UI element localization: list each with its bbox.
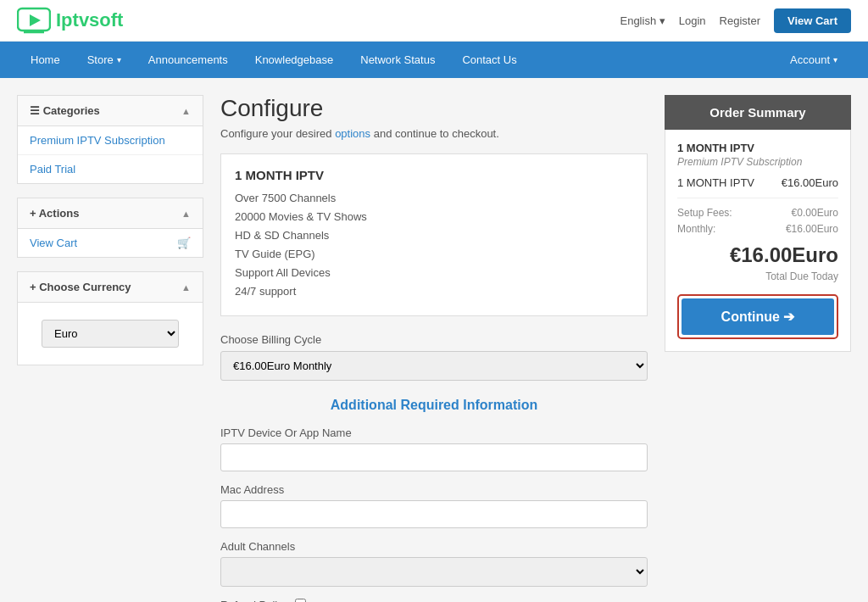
order-product-name: 1 MONTH IPTV	[677, 142, 838, 154]
register-link[interactable]: Register	[720, 14, 760, 27]
page-subtitle: Configure your desired options and conti…	[220, 127, 648, 140]
account-chevron-icon: ▾	[833, 55, 837, 64]
continue-button[interactable]: Continue ➔	[682, 298, 834, 335]
currency-collapse-icon[interactable]: ▲	[181, 282, 191, 293]
nav-left: Home Store ▾ Announcements Knowledgebase…	[17, 42, 531, 78]
refund-checkbox[interactable]	[295, 599, 306, 602]
logo-area: Iptvsoft	[17, 7, 123, 34]
language-selector[interactable]: English ▾	[620, 14, 665, 27]
billing-label: Choose Billing Cycle	[220, 333, 648, 346]
adult-channels-select[interactable]	[220, 557, 648, 587]
store-chevron-icon: ▾	[117, 55, 121, 64]
feature-2: 20000 Movies & TV Shows	[235, 208, 633, 226]
nav-bar: Home Store ▾ Announcements Knowledgebase…	[0, 42, 868, 78]
order-setup-fees: Setup Fees: €0.00Euro	[677, 207, 838, 219]
feature-5: Support All Devices	[235, 264, 633, 282]
view-cart-button[interactable]: View Cart	[774, 8, 851, 33]
sidebar-actions-header: + Actions ▲	[18, 198, 203, 229]
order-summary: Order Summary 1 MONTH IPTV Premium IPTV …	[665, 95, 851, 602]
login-link[interactable]: Login	[679, 14, 706, 27]
nav-home[interactable]: Home	[17, 42, 74, 78]
nav-contact-us[interactable]: Contact Us	[448, 42, 530, 78]
setup-fees-label: Setup Fees:	[677, 207, 732, 219]
order-total-label: Total Due Today	[677, 270, 838, 282]
adult-channels-group: Adult Channels	[220, 540, 648, 587]
order-monthly: Monthly: €16.00Euro	[677, 223, 838, 235]
mac-address-group: Mac Address	[220, 483, 648, 528]
continue-btn-wrapper: Continue ➔	[677, 294, 838, 339]
feature-4: TV Guide (EPG)	[235, 245, 633, 264]
mac-address-input[interactable]	[220, 500, 648, 528]
setup-fees-value: €0.00Euro	[792, 207, 838, 219]
cart-icon: 🛒	[177, 237, 191, 249]
sidebar-item-paid-trial[interactable]: Paid Trial	[18, 155, 203, 183]
top-bar: Iptvsoft English ▾ Login Register View C…	[0, 0, 868, 42]
feature-1: Over 7500 Channels	[235, 189, 633, 208]
page-title: Configure	[220, 95, 648, 122]
sidebar: ☰ Categories ▲ Premium IPTV Subscription…	[17, 95, 203, 602]
feature-6: 24/7 support	[235, 282, 633, 301]
nav-network-status[interactable]: Network Status	[347, 42, 448, 78]
options-link[interactable]: options	[335, 127, 370, 140]
order-summary-header: Order Summary	[665, 95, 851, 130]
order-line-product: 1 MONTH IPTV €16.00Euro	[677, 176, 838, 189]
nav-store[interactable]: Store ▾	[74, 42, 135, 78]
billing-cycle-section: Choose Billing Cycle €16.00Euro Monthly	[220, 333, 648, 381]
order-summary-body: 1 MONTH IPTV Premium IPTV Subscription 1…	[665, 130, 851, 352]
sidebar-actions-section: + Actions ▲ View Cart 🛒	[17, 198, 203, 258]
refund-policy-row: Refund Policy	[220, 599, 648, 602]
product-box: 1 MONTH IPTV Over 7500 Channels 20000 Mo…	[220, 153, 648, 316]
additional-info-title: Additional Required Information	[220, 398, 648, 413]
product-features: Over 7500 Channels 20000 Movies & TV Sho…	[235, 189, 633, 302]
categories-collapse-icon[interactable]: ▲	[181, 106, 191, 116]
nav-announcements[interactable]: Announcements	[135, 42, 242, 78]
content-area: Configure Configure your desired options…	[220, 95, 648, 602]
nav-account[interactable]: Account ▾	[776, 42, 851, 78]
monthly-label: Monthly:	[677, 223, 715, 235]
feature-3: HD & SD Channels	[235, 226, 633, 245]
sidebar-categories-section: ☰ Categories ▲ Premium IPTV Subscription…	[17, 95, 203, 184]
sidebar-currency-section: + Choose Currency ▲ Euro	[17, 271, 203, 365]
order-product-sub: Premium IPTV Subscription	[677, 156, 838, 168]
sidebar-categories-header: ☰ Categories ▲	[18, 96, 203, 126]
sidebar-item-premium[interactable]: Premium IPTV Subscription	[18, 126, 203, 155]
iptv-device-label: IPTV Device Or App Name	[220, 426, 648, 439]
iptv-device-input[interactable]	[220, 443, 648, 471]
actions-collapse-icon[interactable]: ▲	[181, 209, 191, 219]
order-divider	[677, 198, 838, 198]
refund-label: Refund Policy	[220, 599, 288, 602]
brand-name: Iptvsoft	[56, 9, 123, 31]
order-line1-value: €16.00Euro	[782, 176, 838, 189]
order-line1-label: 1 MONTH IPTV	[677, 176, 754, 189]
iptv-device-group: IPTV Device Or App Name	[220, 426, 648, 471]
svg-marker-1	[30, 14, 41, 26]
logo-icon	[17, 7, 51, 34]
top-right-actions: English ▾ Login Register View Cart	[620, 8, 851, 33]
billing-select[interactable]: €16.00Euro Monthly	[220, 351, 648, 381]
sidebar-currency-header: + Choose Currency ▲	[18, 272, 203, 303]
order-total: €16.00Euro	[677, 243, 838, 267]
product-name: 1 MONTH IPTV	[235, 168, 633, 182]
mac-address-label: Mac Address	[220, 483, 648, 496]
sidebar-view-cart[interactable]: View Cart 🛒	[18, 229, 203, 257]
monthly-value: €16.00Euro	[786, 223, 838, 235]
main-container: ☰ Categories ▲ Premium IPTV Subscription…	[0, 78, 868, 602]
adult-channels-label: Adult Channels	[220, 540, 648, 553]
nav-knowledgebase[interactable]: Knowledgebase	[242, 42, 348, 78]
currency-select[interactable]: Euro	[42, 320, 179, 348]
nav-right: Account ▾	[776, 42, 851, 78]
